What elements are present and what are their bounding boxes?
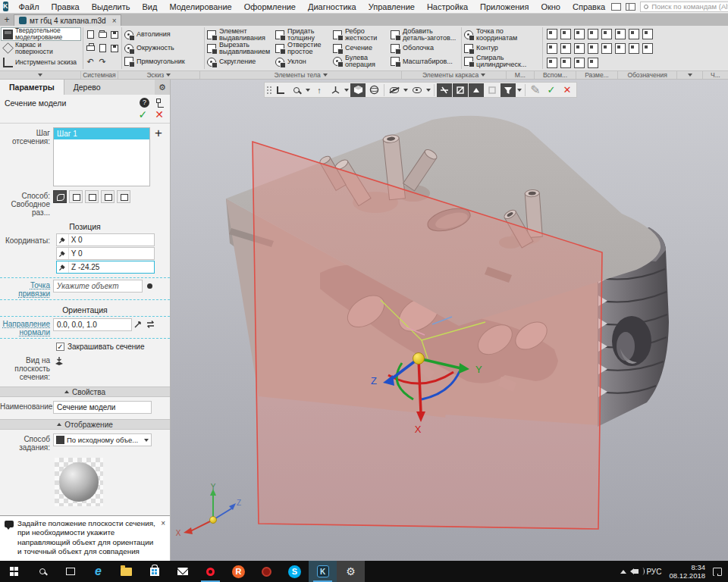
undo-button[interactable]: ↶ [85,55,96,68]
method-free-placement-button[interactable] [53,190,67,203]
add-part-blank-button[interactable]: Добавить деталь-заготов... [391,28,459,42]
cancel-operation-button[interactable]: ✕ [560,83,575,97]
menu-settings[interactable]: Настройка [421,2,474,12]
taskbar-search-button[interactable] [28,561,56,582]
scale-button[interactable]: Масштабиров... [391,55,459,69]
radial-dim-tool-icon[interactable] [588,43,598,54]
properties-section-header[interactable]: Свойства [0,386,170,397]
array-tool-icon[interactable] [547,29,557,39]
reverse-direction-icon[interactable] [144,318,156,330]
dimension-tool-icon[interactable] [588,29,598,39]
local-cs-tool-icon[interactable] [574,43,585,54]
tray-expand-icon[interactable] [620,570,626,574]
hint-close-icon[interactable]: × [161,519,165,556]
document-tab[interactable]: мт гбц 4 клапана.m3d × [14,14,121,26]
feature-tree-icon[interactable] [155,98,165,108]
tab-parameters[interactable]: Параметры [0,80,64,95]
panel-gear-icon[interactable]: ⚙ [155,80,170,95]
section-display-button[interactable] [437,83,452,97]
datum-tool-icon[interactable] [629,29,639,39]
point-by-coords-button[interactable]: Точка по координатам [464,28,540,42]
menu-select[interactable]: Выделить [86,2,136,12]
simplified-display-button[interactable] [469,83,484,97]
aux-point-tool-icon[interactable] [560,29,571,39]
mail-button[interactable] [168,561,196,582]
anchor-dot-icon[interactable] [147,283,152,289]
abort-button[interactable]: ✕ [155,109,164,120]
save-as-button[interactable] [109,42,121,55]
fill-section-checkbox[interactable]: ✓ [56,343,64,351]
mode-sketch-tools[interactable]: Инструменты эскиза [1,55,81,69]
normal-vector-field[interactable]: 0.0, 0.0, 1.0 [53,318,132,331]
language-indicator[interactable]: РУС [646,568,661,576]
add-step-button[interactable]: + [155,127,162,139]
coordinate-z-field[interactable]: Z -24.25 [56,261,155,274]
tab-tree[interactable]: Дерево [64,80,155,95]
extra-tool-icon[interactable] [642,43,653,54]
boolean-button[interactable]: Булева операция [333,55,388,68]
volume-icon[interactable] [634,569,639,574]
aux-line-tool-icon[interactable] [560,58,571,68]
menu-modeling[interactable]: Моделирование [163,2,237,12]
mode-frame-surfaces[interactable]: Каркас и поверхности [1,42,81,55]
print-preview-button[interactable] [97,42,108,55]
group-label-draw[interactable]: Ч... [703,71,728,79]
autoline-button[interactable]: Автолиния [124,28,202,42]
anchor-object-field[interactable]: Укажите объект [53,280,143,293]
material-preview[interactable] [55,458,103,506]
coordinate-x-field[interactable]: X 0 [56,233,155,246]
mirror-array-tool-icon[interactable] [547,43,557,54]
display-section-header[interactable]: Отображение [0,419,170,430]
zoom-button[interactable] [289,83,304,97]
kompas-taskbar-button[interactable]: K [309,561,337,582]
rectangle-button[interactable]: Прямоугольник [124,55,202,68]
r-app-button[interactable]: R [224,561,253,582]
orientation-button[interactable]: ↑ [312,83,327,97]
skype-button[interactable]: S [281,561,309,582]
print-button[interactable] [85,42,96,55]
rib-button[interactable]: Ребро жесткости [333,28,388,42]
clip-model-button[interactable] [453,83,468,97]
menu-view[interactable]: Вид [136,2,163,12]
annotation-tool-icon[interactable] [588,58,598,68]
command-search-input[interactable]: Поиск по командам (Alt+/) [640,2,728,12]
menu-edit[interactable]: Правка [46,2,86,12]
menu-window[interactable]: Окно [535,2,566,12]
notation-tool-icon[interactable] [601,29,612,39]
fill-section-row[interactable]: ✓ Закрашивать сечение [56,343,170,351]
clock[interactable]: 8:34 08.12.2018 [669,563,705,580]
method-three-points-button[interactable] [101,190,115,203]
viewport-3d[interactable]: X Y Z Y X Z ↑ [171,80,728,561]
save-button[interactable] [109,28,121,41]
cut-step-list[interactable]: Шаг 1 [53,127,150,186]
section-button[interactable]: Сечение [333,42,388,55]
extrude-element-button[interactable]: Элемент выдавливания [207,28,272,42]
mode-solid-modeling[interactable]: Твердотельное моделирование [1,27,81,41]
fillet-button[interactable]: Скругление [207,55,272,68]
marking-tool-icon[interactable] [629,43,639,54]
group-label-body[interactable]: Элементы тела [200,71,403,79]
group-label-dims[interactable]: Разме... [576,71,618,79]
normal-direction-link[interactable]: Направление нормали [0,318,53,336]
leader-tool-icon[interactable] [601,43,612,54]
anchor-point-link[interactable]: Точка привязки [0,280,53,298]
sketch-plane-button[interactable] [273,83,288,97]
aux-axis-tool-icon[interactable] [574,29,585,39]
wireframe-view-button[interactable] [366,83,381,97]
group-overflow-expander[interactable] [677,71,702,79]
ghost-display-button[interactable] [485,83,500,97]
toolbar-grip-handle[interactable] [266,84,272,96]
accept-button[interactable]: ✓ [544,83,559,97]
start-button[interactable] [0,561,28,582]
notification-center-icon[interactable] [713,568,722,576]
group-label-aux[interactable]: Вспом... [535,71,576,79]
cut-step-item[interactable]: Шаг 1 [54,128,149,139]
circle-button[interactable]: Окружность [124,42,202,55]
tolerance-tool-icon[interactable] [615,43,626,54]
group-label-arrays[interactable]: М... [507,71,535,79]
visibility-dropdown-icon[interactable] [426,89,431,92]
close-tab-icon[interactable]: × [112,17,117,25]
zoom-dropdown-icon[interactable] [306,89,310,92]
redo-button[interactable]: ↷ [97,55,108,68]
cut-extrude-button[interactable]: Вырезать выдавливанием [207,42,272,55]
